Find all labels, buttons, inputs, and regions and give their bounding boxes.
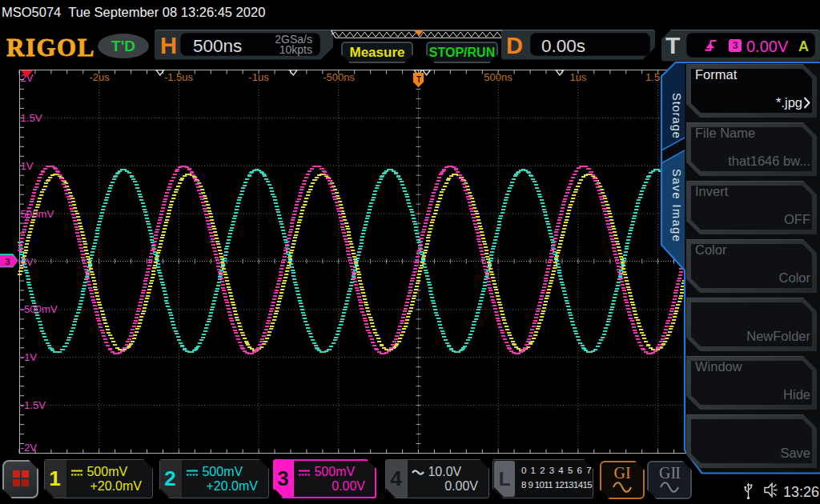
svg-text:Storage: Storage bbox=[670, 93, 683, 139]
svg-text:Save Image: Save Image bbox=[670, 169, 683, 242]
